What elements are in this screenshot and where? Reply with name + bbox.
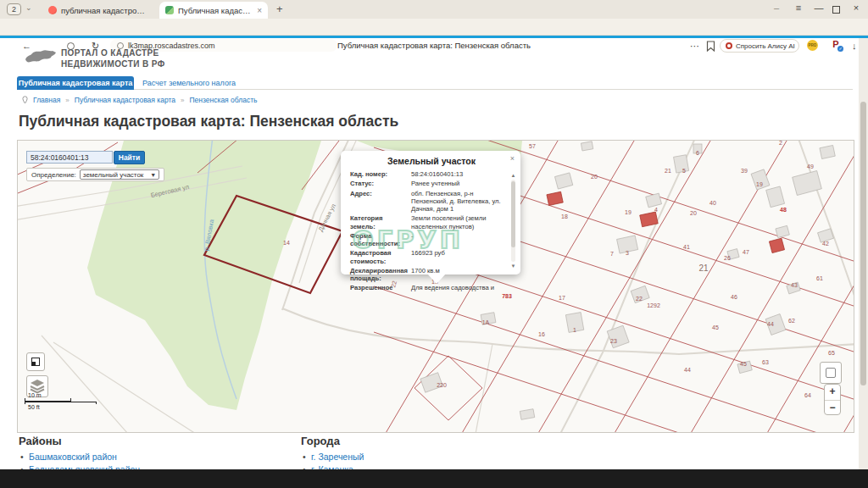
- parcel-number-label: 49: [807, 164, 814, 169]
- downloads-icon[interactable]: ↓: [852, 41, 857, 51]
- attribute-value: 1700 кв.м: [408, 267, 501, 283]
- attribute-label: Кад. номер:: [350, 170, 408, 178]
- popup-attribute-row: Кад. номер:58:24:0160401:13: [350, 170, 501, 178]
- page-scrollbar-thumb[interactable]: [860, 102, 866, 385]
- windows-taskbar: Поиск Y ^: [0, 469, 868, 488]
- parcel-number-label: 220: [437, 382, 447, 388]
- parcel-number-label: 46: [731, 294, 737, 300]
- page-top-accent-line: [0, 36, 868, 38]
- popup-attribute-row: Статус:Ранее учтенный: [350, 180, 501, 187]
- breadcrumb-separator: »: [65, 97, 69, 104]
- object-type-select[interactable]: земельный участок ▼: [80, 169, 159, 180]
- parcel-number-label: 783: [502, 293, 512, 299]
- attribute-value: Для ведения садоводства и: [408, 284, 501, 291]
- extent-icon: [31, 358, 40, 366]
- nav-link-land-tax[interactable]: Расчет земельного налога: [142, 79, 236, 87]
- parcel-number-label: 45: [712, 324, 719, 330]
- popup-attribute-row: Кадастровая стоимость:166923 руб: [350, 249, 501, 265]
- overview-icon: [826, 368, 836, 378]
- more-options-icon[interactable]: ⋯: [690, 41, 699, 52]
- parcel-number-label: 3: [626, 250, 629, 256]
- portal-logo-text: ПОРТАЛ О КАДАСТРЕ НЕДВИЖИМОСТИ В РФ: [61, 47, 165, 69]
- parcel-number-label: 20: [591, 174, 598, 180]
- parcel-number-label: 48: [780, 207, 787, 213]
- window-close-button[interactable]: ×: [849, 3, 863, 13]
- ask-alice-button[interactable]: Спросить Алису AI: [720, 39, 799, 53]
- attribute-value: -: [408, 232, 501, 248]
- nav-tab-cadastral-map[interactable]: Публичная кадастровая карта: [17, 76, 134, 90]
- parcel-number-label: 6: [696, 150, 699, 156]
- window-restore-button[interactable]: [832, 6, 840, 14]
- page-window-title: Публичная кадастровая карта: Пензенская …: [288, 41, 580, 50]
- breadcrumb-map[interactable]: Публичная кадастровая карта: [75, 96, 175, 104]
- map-extent-button[interactable]: [26, 352, 45, 371]
- zoom-control: + −: [824, 384, 841, 415]
- tab2-favicon-icon: [165, 6, 174, 14]
- tab-counter[interactable]: 2: [7, 3, 21, 15]
- browser-tab-inactive[interactable]: публичная кадастровая к: [42, 2, 154, 19]
- parcel-number-label: 47: [743, 249, 749, 255]
- scroll-thumb[interactable]: [511, 181, 515, 247]
- new-tab-button[interactable]: +: [276, 3, 283, 15]
- tab-close-icon[interactable]: ×: [257, 6, 262, 15]
- tab1-favicon-icon: [48, 6, 57, 14]
- parcel-number-label: 39: [741, 168, 748, 174]
- popup-attribute-row: Категория земель:Земли поселений (земли …: [350, 214, 501, 230]
- scroll-up-icon[interactable]: ▲: [510, 173, 516, 178]
- popup-close-icon[interactable]: ×: [510, 154, 515, 163]
- parcel-number-label: 41: [683, 244, 690, 250]
- select-chevron-icon: ▼: [150, 172, 156, 178]
- search-button[interactable]: Найти: [114, 151, 145, 164]
- breadcrumb: Главная » Публичная кадастровая карта » …: [22, 96, 258, 104]
- attribute-value: обл. Пензенская, р-н Пензенский, д. Вите…: [408, 190, 501, 214]
- parcel-number-label: 1: [573, 327, 576, 333]
- tab2-title: Публичная кадастров: [178, 6, 253, 15]
- breadcrumb-home[interactable]: Главная: [33, 96, 60, 104]
- parcel-number-label: 61: [816, 275, 823, 281]
- alice-label: Спросить Алису AI: [736, 42, 795, 50]
- parcel-number-label: 21: [665, 168, 671, 174]
- popup-attribute-row: РазрешенноеДля ведения садоводства и: [350, 284, 501, 291]
- attribute-value: Земли поселений (земли населенных пункто…: [408, 214, 501, 230]
- popup-title: Земельный участок: [350, 156, 513, 166]
- map-canvas[interactable]: Береговая улДачная улр. Вяловка 14572021…: [17, 140, 854, 433]
- parcel-number-label: 40: [709, 200, 716, 206]
- parcel-number-label: 4: [654, 207, 658, 213]
- tab1-title: публичная кадастровая к: [61, 6, 148, 15]
- bookmark-icon[interactable]: [706, 41, 715, 52]
- popup-attributes: Кад. номер:58:24:0160401:13Статус:Ранее …: [350, 170, 501, 292]
- parcel-number-label: 64: [804, 392, 811, 398]
- parcel-info-popup: Земельный участок × Кад. номер:58:24:016…: [341, 151, 520, 274]
- popup-attribute-row: Декларированная площадь:1700 кв.м: [350, 267, 501, 283]
- scroll-down-icon[interactable]: ▼: [510, 263, 516, 269]
- parcel-number-label: 16: [538, 331, 545, 337]
- parcel-number-label: 26: [724, 255, 731, 261]
- city-link[interactable]: г. Зареченый: [301, 452, 364, 462]
- parcel-number-label: 5: [682, 168, 686, 174]
- chrome-extra-button[interactable]: –: [770, 3, 783, 13]
- parcel-number-label: 43: [791, 282, 798, 288]
- district-link[interactable]: Башмаковский район: [19, 452, 140, 462]
- browser-tab-active[interactable]: Публичная кадастров ×: [159, 2, 268, 19]
- page-title: Публичная кадастровая карта: Пензенская …: [19, 113, 398, 130]
- screen: 2 ⌄ публичная кадастровая к Публичная ка…: [0, 0, 868, 488]
- zoom-out-button[interactable]: −: [825, 401, 840, 416]
- window-minimize-button[interactable]: —: [812, 3, 826, 13]
- alice-icon: [726, 42, 732, 49]
- parcel-number-label: 19: [756, 181, 763, 187]
- parcel-number-label: 23: [610, 338, 617, 344]
- zoom-in-button[interactable]: +: [825, 385, 840, 400]
- attribute-label: Декларированная площадь:: [350, 267, 408, 283]
- overview-map-button[interactable]: [820, 362, 842, 384]
- parcel-number-label: 2: [779, 141, 782, 146]
- cadastral-search-input[interactable]: [26, 151, 113, 164]
- browser-menu-icon[interactable]: ≡: [792, 3, 805, 13]
- parcel-number-label: 63: [762, 359, 769, 365]
- map-scale-bar: 10 m 50 ft: [25, 392, 101, 410]
- cities-title: Города: [301, 435, 364, 447]
- parcel-number-label: 62: [788, 318, 795, 324]
- popup-pointer: [427, 274, 446, 284]
- popup-scrollbar[interactable]: ▲ ▼: [510, 173, 516, 269]
- tab-list-chevron-icon[interactable]: ⌄: [25, 3, 32, 12]
- pro-badge-icon[interactable]: PRO: [807, 40, 818, 51]
